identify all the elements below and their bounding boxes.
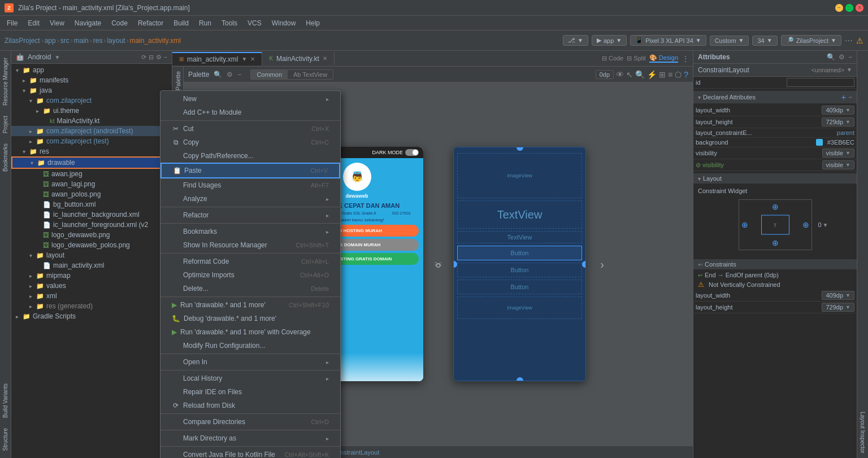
menu-run[interactable]: Run (194, 18, 216, 28)
constraint-handle-bottom[interactable] (517, 377, 523, 381)
attr-value-lh2[interactable]: 729dp ▼ (822, 303, 854, 312)
design-tool-magnet[interactable]: ⚡ (647, 70, 657, 79)
ctx-bookmarks[interactable]: Bookmarks ▸ (160, 225, 340, 238)
tree-item-layout[interactable]: ▾ 📁 layout (11, 250, 172, 260)
ctx-cut[interactable]: ✂ Cut Ctrl+X (160, 122, 340, 136)
palette-close-btn[interactable]: − (237, 71, 241, 78)
tab-close-xml[interactable]: ✕ (250, 56, 255, 62)
tree-item-values[interactable]: ▸ 📁 values (11, 281, 172, 291)
project-dropdown[interactable]: 🔎 ZilasProject ▼ (781, 35, 841, 46)
layout-dropdown[interactable]: ▼ (847, 67, 852, 73)
settings-btn[interactable]: ⚙ (156, 54, 162, 61)
palette-settings-btn[interactable]: ⚙ (227, 71, 233, 78)
section-arrow-declared[interactable]: ▾ (698, 94, 701, 101)
design-tool-align[interactable]: ≡ (668, 70, 672, 79)
sidebar-project[interactable]: Project (1, 111, 10, 138)
attr-close-btn[interactable]: − (848, 53, 852, 61)
editor-settings-btn[interactable]: ⋮ (682, 54, 689, 63)
constraint-arrow-bottom[interactable]: ⊕ (772, 238, 779, 247)
breadcrumb-res[interactable]: res (93, 37, 103, 45)
menu-help[interactable]: Help (301, 18, 324, 28)
sidebar-structure[interactable]: Structure (1, 424, 10, 456)
constraint-arrow-left[interactable]: ⊕ (741, 220, 748, 229)
tree-item-gradle[interactable]: ▸ 📁 Gradle Scripts (11, 311, 172, 321)
sync-btn[interactable]: ⟳ (141, 54, 146, 61)
constraint-arrow-top[interactable]: ⊕ (772, 202, 779, 211)
menu-vcs[interactable]: VCS (243, 18, 266, 28)
ctx-copy[interactable]: ⧉ Copy Ctrl+C (160, 136, 340, 149)
background-color-swatch[interactable] (816, 139, 823, 146)
ctx-mark-dir[interactable]: Mark Directory as ▸ (160, 431, 340, 445)
more-btn[interactable]: − (164, 54, 167, 61)
ctx-convert-java[interactable]: Convert Java File to Kotlin File Ctrl+Al… (160, 448, 340, 458)
design-tool-zoom[interactable]: 🔍 (635, 70, 645, 79)
attr-value-layout-width[interactable]: 409dp ▼ (822, 106, 854, 115)
breadcrumb-main[interactable]: main (74, 37, 89, 45)
palette-tab-common[interactable]: Common (251, 70, 288, 79)
ctx-modify-run[interactable]: Modify Run Configuration... (160, 339, 340, 352)
ctx-refactor[interactable]: Refactor ▸ (160, 208, 340, 222)
close-button[interactable]: ✕ (856, 4, 863, 12)
menu-edit[interactable]: Edit (23, 18, 44, 28)
tree-item-main-activity-xml[interactable]: ▸ 📄 main_activity.xml (11, 260, 172, 271)
sidebar-build-variants[interactable]: Build Variants (1, 379, 10, 422)
breadcrumb-src[interactable]: src (60, 37, 70, 45)
menu-window[interactable]: Window (267, 18, 301, 28)
attr-search-btn[interactable]: 🔍 (827, 53, 835, 61)
attr-value-layout-height[interactable]: 729dp ▼ (822, 117, 854, 127)
tree-item-bg-button[interactable]: ▸ 📄 bg_button.xml (11, 199, 172, 210)
menu-view[interactable]: View (45, 18, 69, 28)
layout-width-dropdown[interactable]: ▼ (845, 107, 850, 113)
custom-dropdown[interactable]: Custom ▼ (710, 36, 749, 46)
toggle-pill[interactable] (405, 149, 419, 156)
ctx-optimize[interactable]: Optimize Imports Ctrl+Alt+O (160, 268, 340, 282)
visibility-2-dropdown[interactable]: ▼ (845, 162, 850, 168)
constraint-handle-top[interactable] (517, 147, 523, 151)
breadcrumb-mainactivity[interactable]: main_activity.xml (129, 37, 180, 45)
section-arrow-constraints[interactable]: ↩ (698, 261, 702, 268)
layout-inspector-btn[interactable]: Layout Inspector (858, 409, 867, 456)
ctx-add-cpp[interactable]: Add C++ to Module (160, 106, 340, 119)
constraint-right-dropdown[interactable]: ▼ (823, 222, 828, 228)
tree-item-ic-launcher-bg[interactable]: ▸ 📄 ic_launcher_background.xml (11, 210, 172, 220)
menu-build[interactable]: Build (169, 18, 193, 28)
more-options[interactable]: ⋯ (845, 36, 853, 45)
section-arrow-layout[interactable]: ▾ (698, 176, 701, 182)
tree-item-awan-polos[interactable]: ▸ 🖼 awan_polos.png (11, 189, 172, 199)
tab-main-activity-xml[interactable]: ⊞ main_activity.xml ▼ ✕ (172, 52, 262, 66)
constraint-handle-right[interactable] (582, 261, 586, 268)
breadcrumb-app[interactable]: app (45, 37, 56, 45)
git-dropdown[interactable]: ⎇ ▼ (563, 35, 588, 46)
breadcrumb-layout[interactable]: layout (107, 37, 125, 45)
tree-item-ic-launcher-fg[interactable]: ▸ 📄 ic_launcher_foreground.xml (v2 (11, 220, 172, 230)
ctx-show-resource[interactable]: Show In Resource Manager Ctrl+Shift+T (160, 238, 340, 252)
ctx-local-history[interactable]: Local History ▸ (160, 372, 340, 385)
ctx-paste[interactable]: 📋 Paste Ctrl+V (160, 163, 340, 178)
tree-item-xml[interactable]: ▸ 📁 xml (11, 291, 172, 301)
menu-refactor[interactable]: Refactor (133, 18, 168, 28)
attr-value-visibility-2[interactable]: visible ▼ (822, 160, 855, 169)
tab-dropdown-xml[interactable]: ▼ (241, 56, 247, 62)
ctx-reload[interactable]: ⟳ Reload from Disk (160, 399, 340, 412)
zoom-indicator[interactable]: 0dp (596, 70, 614, 79)
ctx-run-coverage[interactable]: ▶ Run 'drawable.* and 1 more' with Cover… (160, 325, 340, 339)
app-config-dropdown[interactable]: ▶ app ▼ (592, 35, 627, 46)
tree-item-mipmap[interactable]: ▸ 📁 mipmap (11, 271, 172, 281)
tree-item-app[interactable]: ▾ 📁 app (11, 65, 172, 75)
tree-item-java[interactable]: ▾ 📁 java (11, 85, 172, 95)
api-dropdown[interactable]: 34 ▼ (752, 36, 777, 46)
ctx-new[interactable]: New ▸ (160, 92, 340, 106)
lh2-dropdown[interactable]: ▼ (845, 304, 850, 310)
maximize-button[interactable]: □ (845, 4, 853, 12)
ctx-reformat[interactable]: Reformat Code Ctrl+Alt+L (160, 255, 340, 268)
lw2-dropdown[interactable]: ▼ (845, 293, 850, 298)
tree-item-mainactivity-kt[interactable]: ▸ kt MainActivity.kt (11, 116, 172, 126)
layout-height-dropdown[interactable]: ▼ (845, 119, 850, 125)
minimize-button[interactable]: − (835, 4, 843, 12)
design-tool-grid[interactable]: ⊞ (659, 70, 666, 79)
ctx-repair-ide[interactable]: Repair IDE on Files (160, 385, 340, 399)
ctx-run[interactable]: ▶ Run 'drawable.* and 1 more' Ctrl+Shift… (160, 298, 340, 312)
menu-navigate[interactable]: Navigate (70, 18, 106, 28)
ctx-delete[interactable]: Delete... Delete (160, 282, 340, 295)
palette-search-btn[interactable]: 🔍 (214, 71, 222, 78)
